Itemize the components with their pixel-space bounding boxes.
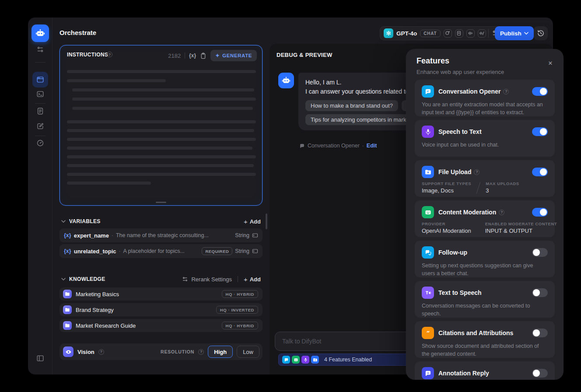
folder-upload-mini-icon [311,356,319,364]
document-list-icon[interactable] [36,107,44,115]
moderation-card-icon [422,206,434,218]
chevron-down-icon[interactable] [61,278,66,280]
feature-card-text-to-speech: Text to Speech Conversation messages can… [415,281,555,318]
sparkle-icon: ✦ [215,52,220,59]
annotation-reply-toggle[interactable] [532,369,548,378]
citations-toggle[interactable] [532,329,548,337]
feature-title: Citations and Attributions [438,329,513,336]
text-to-speech-toggle[interactable] [532,288,548,297]
skeleton-line [67,173,256,176]
model-selector[interactable]: ✻ GPT-4o CHAT [380,26,504,40]
resolution-high-button[interactable]: High [208,346,233,358]
microphone-icon [422,126,434,138]
variable-row-expert-name[interactable]: {x} expert_name · The name of the strate… [60,228,262,242]
rerank-sliders-icon [182,276,188,282]
knowledge-row-brand-strategy[interactable]: Brand Strategy HQ · INVERTED [60,303,262,316]
chevron-down-icon[interactable] [61,220,66,223]
conversation-opener-toggle[interactable] [532,87,548,96]
speech-to-text-toggle[interactable] [532,127,548,136]
skeleton-line [67,182,151,185]
separator-dot: · [119,248,120,254]
feature-description: Voice input can be used in chat. [422,141,548,149]
chat-bubble-icon [299,143,305,149]
generate-button[interactable]: ✦ GENERATE [210,50,257,61]
feature-title: Annotation Reply [438,370,489,377]
version-history-button[interactable] [534,26,548,40]
suggestion-chip[interactable]: How to make a brand stand out? [305,100,398,111]
sidebar-divider [35,62,46,63]
svg-text:“: “ [426,329,430,336]
variable-name: expert_name [74,232,109,239]
add-variable-button[interactable]: + Add [244,218,262,225]
separator-dot: · [112,232,113,238]
feature-help-icon[interactable]: ? [503,89,509,94]
content-moderation-toggle[interactable] [532,208,548,217]
insert-variable-button[interactable]: {x} [189,52,196,59]
resolution-help-icon[interactable]: ? [198,349,204,355]
sliders-settings-icon[interactable] [36,46,44,53]
variable-token-icon: {x} [64,232,71,238]
follow-up-toggle[interactable] [532,248,548,257]
vision-label: Vision [77,349,94,355]
robot-icon [35,28,46,38]
edit-opener-link[interactable]: Edit [367,143,377,149]
variable-description: The name of the strategic consulting... [116,232,232,238]
separator-dot: · [362,143,364,149]
vision-help-icon[interactable]: ? [98,349,104,355]
edit-note-icon[interactable] [36,122,44,130]
variable-token-icon: {x} [64,248,71,254]
copy-clipboard-icon[interactable] [200,52,206,59]
scrollbar-thumb[interactable] [266,214,267,229]
voice-capability-icon [478,29,486,38]
knowledge-badge: HQ · HYBRID [222,290,258,298]
skeleton-line [67,164,254,167]
sidebar-item-orchestrate-active[interactable] [32,72,48,88]
feature-help-icon[interactable]: ? [499,210,504,215]
skeleton-line [72,88,254,91]
variable-row-unrelated-topic[interactable]: {x} unrelated_topic · A placeholder for … [60,244,262,258]
resolution-low-button[interactable]: Low [237,346,259,358]
app-logo-robot-icon[interactable] [32,24,49,42]
feature-card-conversation-opener: Conversation Opener ? You are an entity … [415,80,555,116]
feature-title: Follow-up [438,249,467,256]
char-count: 2182 [168,52,181,59]
toolbar-divider [185,52,185,59]
text-field-icon [252,248,258,254]
publish-button[interactable]: Publish [495,26,534,40]
feature-card-annotation-reply: Annotation Reply You can manually edit a… [415,361,555,380]
rerank-label: Rerank Settings [191,276,232,283]
add-knowledge-button[interactable]: + Add [244,276,262,283]
kv-divider [476,182,481,193]
knowledge-row-marketing-basics[interactable]: Marketing Basics HQ · HYBRID [60,287,262,301]
instructions-help-icon[interactable]: ? [107,52,112,57]
feature-description: Show source document and attributed sect… [422,343,548,358]
moderation-mini-icon [292,356,300,364]
knowledge-name: Marketing Basics [76,291,218,298]
document-capability-icon [455,29,463,38]
collapse-panel-icon[interactable] [36,354,44,362]
header-divider [238,276,238,282]
chat-input-placeholder: Talk to DifyBot [282,338,321,345]
generate-label: GENERATE [222,53,252,58]
instructions-editor[interactable]: INSTRUCTIONS ? 2182 {x} ✦ GENERATE [60,45,262,206]
knowledge-row-market-research-guide[interactable]: Market Research Guide HQ · HYBRID [60,319,262,332]
audio-capability-icon [466,29,475,38]
resize-handle[interactable] [156,202,166,203]
file-upload-toggle[interactable] [532,168,548,176]
close-icon[interactable]: ✕ [547,60,554,66]
gauge-icon[interactable] [36,139,44,147]
quote-icon: “ [422,327,434,339]
sidebar-divider [35,103,46,104]
sidebar-divider [35,136,46,136]
rerank-settings-button[interactable]: Rerank Settings [182,276,232,283]
kv-max-uploads: MAX UPLOADS 3 [486,181,519,194]
folder-upload-icon [422,166,434,178]
skeleton-line [67,79,166,82]
skeleton-line [67,70,256,73]
feature-help-icon[interactable]: ? [474,169,480,175]
variable-type: String [235,248,249,254]
terminal-icon[interactable] [36,90,44,98]
eye-vision-icon [63,346,74,357]
knowledge-badge: HQ · INVERTED [216,306,258,314]
publish-label: Publish [500,30,522,37]
